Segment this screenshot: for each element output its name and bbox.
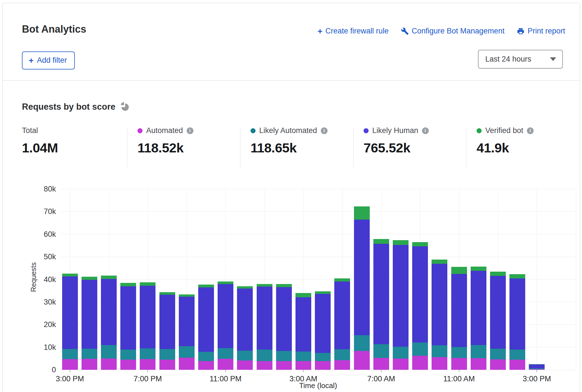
segment-likely-automated	[237, 351, 253, 361]
segment-automated	[140, 359, 155, 370]
plus-icon: +	[29, 56, 34, 65]
segment-verified-bot	[315, 291, 331, 294]
x-tick-mark	[536, 370, 537, 372]
add-filter-button[interactable]: + Add filter	[22, 51, 75, 69]
bar-200am[interactable]	[276, 284, 292, 370]
segment-likely-automated	[412, 343, 428, 356]
bar-600am[interactable]	[354, 206, 370, 370]
segment-likely-human	[354, 220, 370, 335]
y-tick-label: 70k	[17, 207, 56, 216]
segment-likely-human	[120, 286, 136, 349]
segment-likely-automated	[159, 349, 175, 360]
segment-likely-automated	[120, 350, 136, 360]
bar-900am[interactable]	[412, 242, 428, 370]
stat-likely-human-value: 765.52k	[364, 140, 429, 156]
segment-verified-bot	[490, 272, 506, 276]
bar-1000am[interactable]	[432, 260, 447, 370]
plus-icon: +	[318, 27, 323, 35]
segment-likely-human	[451, 274, 467, 347]
segment-automated	[159, 360, 175, 370]
segment-automated	[451, 358, 467, 370]
segment-likely-automated	[198, 352, 214, 361]
segment-verified-bot	[373, 239, 389, 244]
segment-verified-bot	[82, 277, 97, 280]
automated-legend-dot	[137, 128, 143, 133]
stat-total: Total 1.04M	[22, 126, 58, 156]
info-icon[interactable]: i	[187, 127, 193, 134]
segment-likely-automated	[62, 349, 78, 359]
bar-200pm[interactable]	[509, 274, 525, 370]
bar-600pm[interactable]	[120, 283, 136, 370]
segment-automated	[315, 361, 331, 370]
segment-likely-human	[257, 287, 272, 349]
time-range-select[interactable]: Last 24 hours	[478, 50, 563, 69]
info-icon[interactable]: i	[422, 127, 429, 134]
bar-100am[interactable]	[257, 284, 272, 370]
likely-automated-legend-dot	[251, 128, 256, 133]
info-icon[interactable]: i	[321, 127, 328, 134]
segment-automated	[471, 358, 486, 370]
add-filter-label: Add filter	[37, 56, 67, 65]
segment-likely-human	[159, 295, 175, 349]
configure-bot-management-link[interactable]: Configure Bot Management	[401, 27, 504, 35]
segment-automated	[393, 359, 409, 370]
stat-likely-human: Likely Human i 765.52k	[364, 126, 429, 156]
y-tick-label: 30k	[17, 298, 56, 306]
bar-300pm[interactable]	[529, 364, 545, 370]
segment-likely-human	[432, 264, 447, 345]
bar-1200pm[interactable]	[471, 267, 486, 370]
bar-400pm[interactable]	[82, 277, 97, 370]
bar-1100am[interactable]	[451, 267, 467, 370]
bar-1200am[interactable]	[237, 286, 253, 370]
segment-automated	[334, 360, 350, 370]
segment-verified-bot	[159, 292, 175, 295]
segment-verified-bot	[237, 286, 253, 289]
segment-likely-human	[276, 287, 292, 351]
segment-likely-human	[179, 297, 195, 346]
segment-likely-human	[490, 276, 506, 349]
segment-likely-human	[471, 271, 486, 345]
bar-800am[interactable]	[393, 240, 409, 370]
segment-automated	[509, 360, 525, 370]
segment-verified-bot	[451, 267, 467, 274]
segment-likely-automated	[101, 345, 117, 359]
bar-500pm[interactable]	[101, 276, 117, 370]
x-tick-mark	[381, 370, 382, 372]
segment-likely-automated	[393, 347, 409, 359]
segment-likely-human	[101, 279, 117, 345]
segment-likely-human	[315, 294, 331, 353]
segment-likely-human	[529, 364, 545, 368]
segment-automated	[276, 361, 292, 370]
x-axis-title: Time (local)	[60, 381, 576, 390]
segment-verified-bot	[101, 276, 117, 279]
bar-300am[interactable]	[295, 293, 311, 370]
bar-500am[interactable]	[334, 278, 350, 370]
segment-verified-bot	[179, 294, 195, 297]
segment-likely-automated	[432, 345, 447, 357]
bar-400am[interactable]	[315, 291, 331, 370]
bar-900pm[interactable]	[179, 294, 195, 370]
bar-700pm[interactable]	[140, 282, 155, 370]
bar-800pm[interactable]	[159, 292, 175, 370]
info-icon[interactable]: i	[527, 127, 534, 134]
segment-verified-bot	[218, 281, 233, 284]
bar-700am[interactable]	[373, 239, 389, 370]
segment-likely-automated	[218, 348, 233, 359]
print-report-link[interactable]: Print report	[517, 27, 565, 35]
bar-100pm[interactable]	[490, 272, 506, 370]
gridline	[576, 189, 576, 370]
segment-verified-bot	[471, 267, 486, 271]
y-tick-label: 20k	[17, 320, 56, 329]
segment-verified-bot	[509, 274, 525, 278]
x-tick-mark	[70, 370, 70, 372]
segment-automated	[218, 359, 233, 370]
segment-automated	[432, 357, 447, 370]
stat-verified-bot-value: 41.9k	[477, 140, 534, 156]
segment-likely-human	[412, 246, 428, 343]
bar-1000pm[interactable]	[198, 285, 214, 370]
header-actions: + Create firewall rule Configure Bot Man…	[318, 27, 565, 35]
bar-300pm[interactable]	[62, 274, 78, 370]
bar-1100pm[interactable]	[218, 281, 233, 370]
create-firewall-rule-link[interactable]: + Create firewall rule	[318, 27, 389, 35]
segment-likely-automated	[257, 350, 272, 361]
